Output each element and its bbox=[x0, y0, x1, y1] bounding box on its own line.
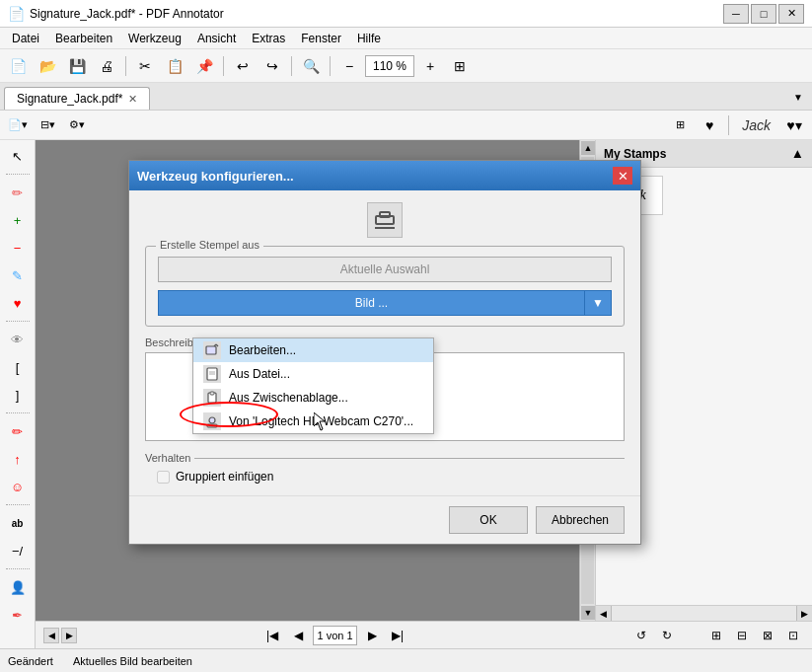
bearbeiten-label: Bearbeiten... bbox=[229, 343, 296, 357]
zoom-in-btn[interactable]: + bbox=[416, 53, 444, 79]
sep4 bbox=[330, 56, 331, 76]
sec-view-btn[interactable]: ⊟▾ bbox=[34, 112, 61, 138]
nav-prev-btn[interactable]: ◀ bbox=[287, 626, 309, 645]
nav-view3-btn[interactable]: ⊠ bbox=[757, 626, 778, 645]
ok-button[interactable]: OK bbox=[449, 506, 528, 534]
tool-minus[interactable]: − bbox=[4, 236, 32, 260]
menu-werkzeug[interactable]: Werkzeug bbox=[120, 30, 189, 47]
tool-sep2 bbox=[6, 321, 30, 322]
zoom-input[interactable]: 110 % bbox=[365, 55, 414, 77]
tab-signature[interactable]: Signature_Jack.pdf* ✕ bbox=[4, 87, 150, 110]
undo-btn[interactable]: ↩ bbox=[229, 53, 257, 79]
status-bar: Geändert Aktuelles Bild bearbeiten bbox=[0, 648, 812, 672]
menu-bearbeiten[interactable]: Bearbeiten bbox=[47, 30, 120, 47]
nav-rotate-btn[interactable]: ↻ bbox=[656, 626, 678, 645]
sec-heart-btn[interactable]: ♥▾ bbox=[780, 112, 808, 138]
dropdown-webcam[interactable]: Von 'Logitech HD Webcam C270'... bbox=[193, 410, 433, 433]
scroll-right-btn[interactable]: ▶ bbox=[796, 606, 812, 621]
sec-new-btn[interactable]: 📄▾ bbox=[4, 112, 32, 138]
tool-red-pencil[interactable]: ✏ bbox=[4, 419, 32, 443]
erstelle-legend: Erstelle Stempel aus bbox=[156, 239, 263, 251]
aktuelle-btn[interactable]: Aktuelle Auswahl bbox=[158, 257, 612, 282]
paste-btn[interactable]: 📌 bbox=[190, 53, 218, 79]
verhalten-title: Verhalten bbox=[145, 452, 625, 464]
fit-btn[interactable]: ⊞ bbox=[446, 53, 474, 79]
menu-fenster[interactable]: Fenster bbox=[293, 30, 349, 47]
tool-edit[interactable]: ✎ bbox=[4, 263, 32, 287]
copy-btn[interactable]: 📋 bbox=[161, 53, 188, 79]
dropdown-menu: Bearbeiten... Aus Datei... Aus Zwischena… bbox=[192, 337, 434, 434]
tool-stamp[interactable]: 👤 bbox=[4, 575, 32, 599]
nav-fit-btn[interactable]: ↺ bbox=[630, 626, 652, 645]
maximize-button[interactable]: □ bbox=[751, 4, 776, 24]
nav-last-btn[interactable]: ▶| bbox=[387, 626, 408, 645]
menu-extras[interactable]: Extras bbox=[244, 30, 293, 47]
sep1 bbox=[125, 56, 126, 76]
tab-label: Signature_Jack.pdf* bbox=[17, 92, 122, 106]
bild-main-btn[interactable]: Bild ... bbox=[158, 290, 584, 316]
tab-scroll-btn[interactable]: ▼ bbox=[784, 84, 812, 110]
gruppiert-checkbox[interactable] bbox=[157, 471, 170, 484]
tool-bracket-r[interactable]: ] bbox=[4, 383, 32, 407]
cut-btn[interactable]: ✂ bbox=[131, 53, 159, 79]
cancel-button[interactable]: Abbrechen bbox=[536, 506, 625, 534]
zoom-out-btn[interactable]: − bbox=[335, 53, 363, 79]
bild-arrow-btn[interactable]: ▼ bbox=[584, 290, 612, 316]
search-btn[interactable]: 🔍 bbox=[297, 53, 325, 79]
tool-bracket-l[interactable]: [ bbox=[4, 355, 32, 379]
nav-first-btn[interactable]: |◀ bbox=[261, 626, 283, 645]
menu-ansicht[interactable]: Ansicht bbox=[189, 30, 244, 47]
window-title: Signature_Jack.pdf* - PDF Annotator bbox=[30, 7, 723, 21]
app-icon: 📄 bbox=[8, 6, 24, 22]
minimize-button[interactable]: ─ bbox=[723, 4, 749, 24]
tool-pen2[interactable]: ✒ bbox=[4, 603, 32, 627]
close-button[interactable]: ✕ bbox=[778, 4, 804, 24]
checkbox-label: Gruppiert einfügen bbox=[176, 470, 273, 484]
sec-settings-btn[interactable]: ⚙▾ bbox=[63, 112, 91, 138]
signature-preview: Jack bbox=[734, 117, 778, 133]
tool-text[interactable]: ab bbox=[4, 511, 32, 535]
tool-sep1 bbox=[6, 174, 30, 175]
sec-right-btn1[interactable]: ⊞ bbox=[666, 112, 694, 138]
title-bar: 📄 Signature_Jack.pdf* - PDF Annotator ─ … bbox=[0, 0, 812, 28]
webcam-icon bbox=[203, 412, 221, 430]
tool-pencil[interactable]: ✏ bbox=[4, 181, 32, 204]
tool-sep5 bbox=[6, 568, 30, 569]
tool-dash[interactable]: −/ bbox=[4, 539, 32, 562]
nav-next-btn[interactable]: ▶ bbox=[361, 626, 383, 645]
dialog-footer: OK Abbrechen bbox=[129, 495, 640, 544]
nav-view4-btn[interactable]: ⊡ bbox=[782, 626, 804, 645]
window-controls: ─ □ ✕ bbox=[723, 4, 804, 24]
sec-right-btn2[interactable]: ♥ bbox=[696, 112, 723, 138]
open-btn[interactable]: 📂 bbox=[34, 53, 61, 79]
tool-eye[interactable]: 👁 bbox=[4, 328, 32, 351]
nav-scroll-left[interactable]: ◀ bbox=[43, 628, 59, 643]
tool-heart[interactable]: ♥ bbox=[4, 291, 32, 315]
dropdown-aus-datei[interactable]: Aus Datei... bbox=[193, 362, 433, 386]
tool-arrow[interactable]: ↖ bbox=[4, 144, 32, 168]
redo-btn[interactable]: ↪ bbox=[258, 53, 286, 79]
new-btn[interactable]: 📄 bbox=[4, 53, 32, 79]
nav-scroll-right[interactable]: ▶ bbox=[61, 628, 77, 643]
nav-view1-btn[interactable]: ⊞ bbox=[705, 626, 727, 645]
print-btn[interactable]: 🖨 bbox=[93, 53, 120, 79]
scroll-left-btn[interactable]: ◀ bbox=[596, 606, 612, 621]
dropdown-bearbeiten[interactable]: Bearbeiten... bbox=[193, 338, 433, 362]
menu-datei[interactable]: Datei bbox=[4, 30, 47, 47]
tool-arrow2[interactable]: ↑ bbox=[4, 447, 32, 471]
save-btn[interactable]: 💾 bbox=[63, 53, 91, 79]
nav-view2-btn[interactable]: ⊟ bbox=[731, 626, 753, 645]
tool-plus[interactable]: + bbox=[4, 208, 32, 232]
stamps-collapse-btn[interactable]: ▲ bbox=[791, 146, 804, 161]
dropdown-zwischenablage[interactable]: Aus Zwischenablage... bbox=[193, 386, 433, 410]
stamps-title: My Stamps bbox=[604, 147, 666, 161]
zwischenablage-icon bbox=[203, 389, 221, 407]
dialog-close-btn[interactable]: ✕ bbox=[613, 167, 632, 185]
tab-close-icon[interactable]: ✕ bbox=[128, 93, 137, 106]
toolbar: 📄 📂 💾 🖨 ✂ 📋 📌 ↩ ↪ 🔍 − 110 % + ⊞ bbox=[0, 49, 812, 83]
page-input[interactable]: 1 von 1 bbox=[313, 626, 357, 645]
tool-smiley[interactable]: ☺ bbox=[4, 475, 32, 498]
tool-sep3 bbox=[6, 412, 30, 413]
menu-hilfe[interactable]: Hilfe bbox=[349, 30, 389, 47]
sep3 bbox=[291, 56, 292, 76]
